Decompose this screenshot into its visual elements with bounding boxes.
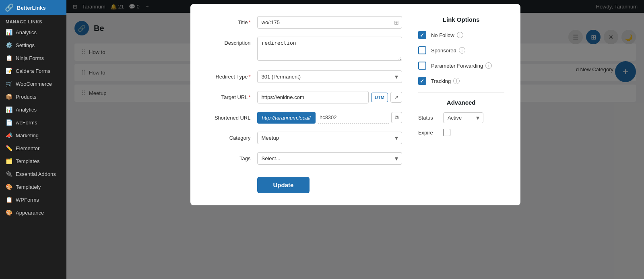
title-input[interactable] bbox=[257, 16, 402, 29]
sponsored-checkbox[interactable] bbox=[418, 46, 426, 54]
modal-left-column: Title* ⊞ Description redi bbox=[206, 16, 402, 193]
sidebar-item-products[interactable]: 📦 Products bbox=[0, 90, 66, 103]
tags-select[interactable]: Select... bbox=[257, 152, 402, 165]
appearance-icon: 🎨 bbox=[6, 209, 12, 216]
sidebar-item-wpforms-label: WPForms bbox=[16, 197, 39, 203]
sponsored-label: Sponsored i bbox=[431, 47, 465, 54]
ninja-forms-icon: 📋 bbox=[6, 55, 12, 61]
templates-icon: 🗂️ bbox=[6, 158, 12, 164]
sidebar-item-templates[interactable]: 🗂️ Templates bbox=[0, 155, 66, 167]
shortened-slug-input[interactable] bbox=[318, 112, 389, 124]
sidebar-brand[interactable]: 🔗 BetterLinks bbox=[0, 0, 66, 15]
expire-checkbox[interactable] bbox=[443, 129, 450, 136]
tracking-info-icon[interactable]: i bbox=[453, 78, 460, 84]
title-label: Title* bbox=[206, 16, 251, 25]
elementor-icon: ✏️ bbox=[6, 145, 12, 151]
sidebar-item-wpforms[interactable]: 📋 WPForms bbox=[0, 193, 66, 206]
tags-label: Tags bbox=[206, 152, 251, 161]
target-url-row: Target URL* UTM ↗ bbox=[206, 91, 402, 103]
expire-label: Expire bbox=[418, 130, 438, 136]
category-select[interactable]: Meetup General bbox=[257, 132, 402, 144]
modal-body: Title* ⊞ Description redi bbox=[206, 16, 504, 193]
tracking-option-row: Tracking i bbox=[418, 77, 504, 85]
required-indicator: * bbox=[248, 74, 250, 80]
wpforms-icon: 📋 bbox=[6, 196, 12, 203]
shortened-url-row: Shortened URL http://tarannum.local/ ⧉ bbox=[206, 112, 402, 124]
sidebar-item-templates-label: Templates bbox=[16, 158, 39, 164]
sidebar-item-analytics-sub-label: Analytics bbox=[16, 29, 37, 35]
tags-select-wrap: Select... ▾ bbox=[257, 152, 402, 165]
expire-row: Expire bbox=[418, 129, 504, 136]
sidebar-item-settings-label: Settings bbox=[16, 42, 35, 48]
title-icon: ⊞ bbox=[394, 19, 399, 26]
sidebar-item-analytics-label: Analytics bbox=[16, 107, 37, 113]
tags-row: Tags Select... ▾ bbox=[206, 152, 402, 165]
sidebar-item-marketing[interactable]: 📣 Marketing bbox=[0, 129, 66, 142]
description-row: Description redirection bbox=[206, 37, 402, 62]
target-url-input-wrap: UTM ↗ bbox=[257, 91, 402, 103]
sidebar-item-weforms[interactable]: 📄 weForms bbox=[0, 116, 66, 129]
sidebar-item-analytics[interactable]: 📊 Analytics bbox=[0, 103, 66, 116]
templately-icon: 🎨 bbox=[6, 184, 12, 190]
sidebar-item-elementor[interactable]: ✏️ Elementor bbox=[0, 142, 66, 155]
sidebar-item-appearance-label: Appearance bbox=[16, 210, 44, 216]
sidebar-item-woocommerce[interactable]: 🛒 WooCommerce bbox=[0, 77, 66, 90]
shortened-url-label: Shortened URL bbox=[206, 112, 251, 121]
update-button[interactable]: Update bbox=[257, 177, 310, 193]
caldera-forms-icon: 📝 bbox=[6, 68, 12, 74]
category-label: Category bbox=[206, 132, 251, 141]
redirect-type-select[interactable]: 301 (Permanent) 302 (Temporary) 307 (Tem… bbox=[257, 70, 402, 83]
no-follow-checkbox[interactable] bbox=[418, 31, 426, 39]
sidebar-item-settings[interactable]: ⚙️ Settings bbox=[0, 39, 66, 52]
required-indicator: * bbox=[248, 19, 250, 25]
sidebar-item-templately[interactable]: 🎨 Templately bbox=[0, 180, 66, 193]
sidebar-item-appearance[interactable]: 🎨 Appearance bbox=[0, 206, 66, 219]
target-url-container: UTM ↗ bbox=[257, 91, 402, 103]
parameter-forwarding-info-icon[interactable]: i bbox=[485, 62, 492, 69]
no-follow-info-icon[interactable]: i bbox=[457, 32, 463, 38]
edit-link-modal: Title* ⊞ Description redi bbox=[190, 4, 520, 205]
copy-button[interactable]: ⧉ bbox=[391, 112, 402, 123]
brand-logo-icon: 🔗 bbox=[5, 3, 14, 12]
target-url-input[interactable] bbox=[257, 91, 369, 103]
title-input-container: ⊞ bbox=[257, 16, 402, 29]
weforms-icon: 📄 bbox=[6, 119, 12, 126]
share-button[interactable]: ↗ bbox=[390, 92, 402, 103]
category-select-wrap: Meetup General ▾ bbox=[257, 132, 402, 144]
update-button-wrap: Update bbox=[206, 173, 402, 193]
woocommerce-icon: 🛒 bbox=[6, 81, 12, 87]
description-textarea[interactable]: redirection bbox=[257, 37, 402, 61]
advanced-title: Advanced bbox=[418, 99, 504, 106]
utm-button[interactable]: UTM bbox=[371, 93, 388, 102]
sponsored-info-icon[interactable]: i bbox=[459, 47, 465, 54]
description-input-wrap: redirection bbox=[257, 37, 402, 62]
section-divider bbox=[418, 92, 504, 93]
sidebar-item-woocommerce-label: WooCommerce bbox=[16, 81, 52, 87]
status-select[interactable]: Active Inactive bbox=[443, 112, 483, 123]
redirect-type-select-wrap: 301 (Permanent) 302 (Temporary) 307 (Tem… bbox=[257, 70, 402, 83]
shortened-base-url: http://tarannum.local/ bbox=[257, 112, 316, 124]
analytics-icon: 📊 bbox=[6, 106, 12, 113]
parameter-forwarding-checkbox[interactable] bbox=[418, 62, 426, 70]
sidebar-item-ninja-forms-label: Ninja Forms bbox=[16, 55, 44, 61]
sidebar-item-essential-addons[interactable]: 🔌 Essential Addons bbox=[0, 167, 66, 180]
sidebar-item-marketing-label: Marketing bbox=[16, 132, 39, 138]
sidebar: 🔗 BetterLinks Manage Links 📊 Analytics ⚙… bbox=[0, 0, 66, 279]
sidebar-item-caldera-forms[interactable]: 📝 Caldera Forms bbox=[0, 64, 66, 77]
sidebar-item-analytics-sub[interactable]: 📊 Analytics bbox=[0, 26, 66, 39]
sidebar-item-essential-addons-label: Essential Addons bbox=[16, 171, 56, 177]
tags-wrap: Select... ▾ bbox=[257, 152, 402, 165]
required-indicator: * bbox=[248, 94, 250, 100]
parameter-forwarding-label: Parameter Forwarding i bbox=[431, 62, 492, 69]
tracking-checkbox[interactable] bbox=[418, 77, 426, 85]
status-select-wrap: Active Inactive ▾ bbox=[443, 112, 483, 123]
sidebar-item-caldera-forms-label: Caldera Forms bbox=[16, 68, 50, 74]
category-row: Category Meetup General ▾ bbox=[206, 132, 402, 144]
sidebar-item-products-label: Products bbox=[16, 94, 36, 100]
sidebar-item-ninja-forms[interactable]: 📋 Ninja Forms bbox=[0, 52, 66, 64]
redirect-type-wrap: 301 (Permanent) 302 (Temporary) 307 (Tem… bbox=[257, 70, 402, 83]
tracking-label: Tracking i bbox=[431, 78, 460, 84]
essential-addons-icon: 🔌 bbox=[6, 171, 12, 177]
sidebar-item-templately-label: Templately bbox=[16, 184, 41, 190]
settings-icon: ⚙️ bbox=[6, 42, 12, 48]
